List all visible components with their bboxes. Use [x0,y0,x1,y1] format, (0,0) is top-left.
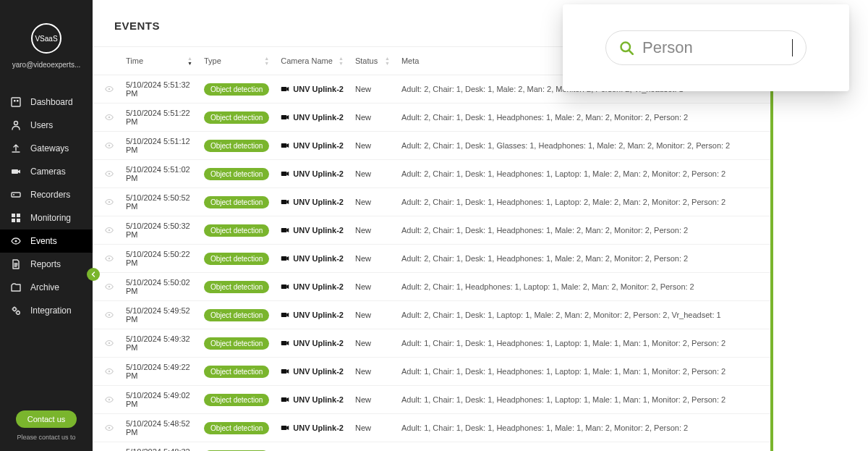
table-row[interactable]: 5/10/2024 5:51:12 PMObject detectionUNV … [93,132,773,160]
user-email: yaro@videoexperts... [12,61,81,69]
cell-meta: Adult: 2, Chair: 1, Desk: 1, Laptop: 1, … [396,301,773,329]
cell-meta: Adult: 2, Chair: 1, Desk: 1, Headphones:… [396,188,773,216]
cell-status: New [349,329,396,358]
table-row[interactable]: 5/10/2024 5:50:32 PMObject detectionUNV … [93,216,773,245]
svg-rect-21 [281,143,287,148]
cell-time: 5/10/2024 5:51:32 PM [120,75,198,104]
sidebar-item-reports[interactable]: Reports [0,253,93,276]
contact-zone: Contact us Please contact us to [0,402,93,451]
search-overlay [563,4,849,91]
sort-icon: ▲▼ [385,56,390,66]
sidebar-item-dashboard[interactable]: Dashboard [0,90,93,114]
svg-rect-2 [17,100,19,102]
table-row[interactable]: 5/10/2024 5:50:22 PMObject detectionUNV … [93,245,773,273]
sidebar-item-integration[interactable]: Integration [0,299,93,322]
view-icon[interactable] [104,169,114,179]
cell-time: 5/10/2024 5:48:52 PM [120,414,198,442]
sidebar-item-users[interactable]: Users [0,114,93,137]
users-icon [10,119,22,131]
cell-meta: Adult: 1, Chair: 1, Desk: 1, Headphones:… [396,386,773,414]
table-row[interactable]: 5/10/2024 5:50:52 PMObject detectionUNV … [93,188,773,216]
svg-point-18 [109,117,110,118]
view-icon[interactable] [104,140,114,151]
cell-camera: UNV Uplink-2 [281,395,344,404]
page-title: EVENTS [114,20,160,32]
table-row[interactable]: 5/10/2024 5:49:32 PMObject detectionUNV … [93,329,773,358]
view-icon[interactable] [104,225,114,235]
cell-status: New [349,104,396,132]
cell-camera: UNV Uplink-2 [281,141,344,150]
cell-camera: UNV Uplink-2 [281,113,344,122]
table-row[interactable]: 5/10/2024 5:51:02 PMObject detectionUNV … [93,160,773,188]
th-camera[interactable]: Camera Name ▲▼ [275,47,349,75]
contact-us-button[interactable]: Contact us [16,410,77,428]
svg-point-16 [109,88,110,90]
cell-camera: UNV Uplink-2 [281,169,344,178]
cell-meta: Adult: 2, Chair: 1, Desk: 1, Glasses: 1,… [396,132,773,160]
cell-meta: Adult: 1, Chair: 1, Desk: 1, Headphones:… [396,414,773,442]
table-row[interactable]: 5/10/2024 5:50:02 PMObject detectionUNV … [93,273,773,301]
view-icon[interactable] [104,253,114,264]
view-icon[interactable] [104,395,114,405]
cell-meta: Adult: 2, Chair: 1, Desk: 1, Headphones:… [396,245,773,273]
svg-rect-8 [17,214,20,217]
svg-point-38 [109,399,110,400]
chevron-left-icon [90,271,96,277]
archive-icon [10,282,22,293]
th-type[interactable]: Type ▲▼ [198,47,275,75]
search-icon [619,41,634,55]
overlay-search-input[interactable] [642,38,792,57]
cell-status: New [349,301,396,329]
monitoring-icon [10,212,22,224]
view-icon[interactable] [104,423,114,433]
table-row[interactable]: 5/10/2024 5:49:52 PMObject detectionUNV … [93,301,773,329]
sidebar-item-label: Cameras [30,167,66,177]
cell-camera: UNV Uplink-2 [281,423,344,432]
cell-meta: Adult: 1, Chair: 1, Desk: 1, Headphones:… [396,358,773,386]
sidebar-collapse-handle[interactable] [87,268,100,281]
table-row[interactable]: 5/10/2024 5:48:52 PMObject detectionUNV … [93,414,773,442]
sidebar-item-gateways[interactable]: Gateways [0,137,93,160]
sidebar-item-monitoring[interactable]: Monitoring [0,206,93,229]
cell-time: 5/10/2024 5:50:52 PM [120,188,198,216]
view-icon[interactable] [104,282,114,292]
view-icon[interactable] [104,84,114,94]
cell-meta: Adult: 2, Chair: 1, Headphones: 1, Lapto… [396,273,773,301]
svg-rect-31 [281,284,287,289]
sidebar-item-cameras[interactable]: Cameras [0,160,93,183]
view-icon[interactable] [104,310,114,320]
sort-icon: ▲▼ [264,56,269,66]
table-row[interactable]: 5/10/2024 5:49:02 PMObject detectionUNV … [93,386,773,414]
table-row[interactable]: 5/10/2024 5:49:22 PMObject detectionUNV … [93,358,773,386]
cell-camera: UNV Uplink-2 [281,311,344,319]
camera-icon [281,424,289,431]
view-icon[interactable] [104,366,114,376]
view-icon[interactable] [104,197,114,207]
th-time[interactable]: Time ▲▼ [120,47,198,75]
cell-status: New [349,132,396,160]
cell-status: New [349,273,396,301]
cell-meta: Adult: 2, Chair: 1, Desk: 1, Headphones:… [396,104,773,132]
th-status[interactable]: Status ▲▼ [349,47,396,75]
scrollbar-accent[interactable] [770,47,773,451]
svg-line-45 [629,51,633,54]
svg-point-26 [109,229,110,231]
sidebar-item-archive[interactable]: Archive [0,276,93,299]
table-row[interactable]: 5/10/2024 5:48:32 PMObject detectionUNV … [93,442,773,452]
overlay-search-box[interactable] [605,30,807,65]
sidebar: VSaaS yaro@videoexperts... DashboardUser… [0,0,93,451]
view-icon[interactable] [104,338,114,348]
sidebar-item-recorders[interactable]: Recorders [0,183,93,206]
view-icon[interactable] [104,112,114,122]
table-row[interactable]: 5/10/2024 5:51:22 PMObject detectionUNV … [93,104,773,132]
cell-status: New [349,75,396,104]
cell-time: 5/10/2024 5:50:32 PM [120,216,198,245]
cameras-icon [10,166,22,177]
svg-point-11 [14,240,17,242]
svg-rect-7 [12,214,15,217]
cell-time: 5/10/2024 5:50:22 PM [120,245,198,273]
dashboard-icon [10,96,22,108]
sidebar-item-events[interactable]: Events [0,229,93,253]
cell-meta: Adult: 2, Chair: 1, Desk: 1, Headphones:… [396,216,773,245]
svg-rect-10 [17,219,20,222]
